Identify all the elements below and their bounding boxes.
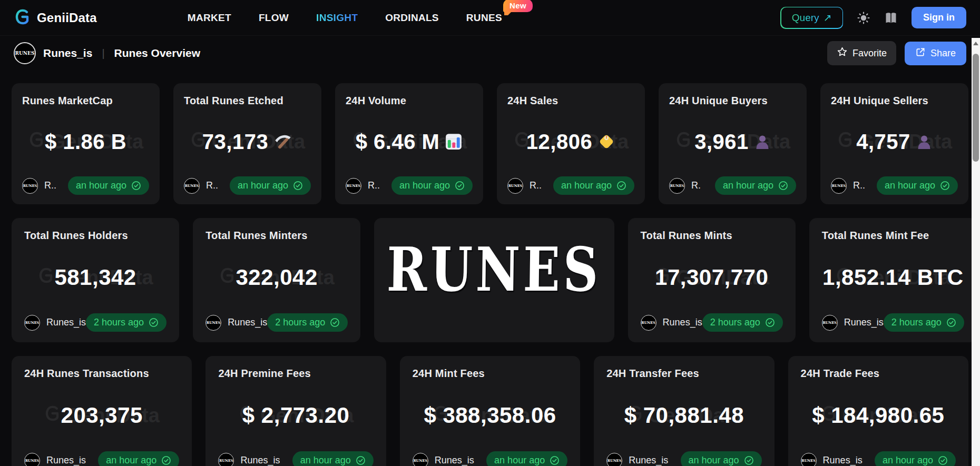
card-title: 24H Premine Fees	[218, 368, 373, 380]
card-title: 24H Runes Transactions	[24, 368, 179, 380]
stat-card: 24H Unique Sellers GeniiData4,757 RUNESR…	[820, 83, 968, 204]
time-badge-label: an hour ago	[885, 180, 935, 191]
source-avatar: RUNES	[822, 315, 838, 331]
stat-card: Total Runes Minters GeniiData322,042RUNE…	[193, 218, 360, 342]
time-badge: an hour ago	[486, 451, 567, 466]
runes-logo-card: RUNES	[374, 218, 614, 342]
source-avatar: RUNES	[346, 178, 361, 194]
profile-name[interactable]: Runes_is	[43, 47, 92, 60]
sign-in-button[interactable]: Sign in	[912, 7, 966, 28]
time-badge-label: an hour ago	[106, 455, 156, 466]
source-name[interactable]: R.	[691, 180, 701, 191]
source-name[interactable]: Runes_is	[435, 455, 474, 466]
scrollbar-up-arrow[interactable]	[972, 38, 980, 47]
share-button[interactable]: Share	[905, 42, 966, 65]
time-badge: 2 hours ago	[702, 313, 783, 332]
nav-item-label: MARKET	[188, 12, 231, 23]
card-value: 4,757	[856, 130, 910, 154]
runes-profile-avatar: RUNES	[14, 42, 36, 64]
tag-icon	[597, 133, 615, 151]
card-title: Runes MarketCap	[22, 95, 149, 107]
source-name[interactable]: Runes_is	[228, 317, 267, 328]
scrollbar-thumb[interactable]	[973, 54, 979, 162]
docs-book-icon[interactable]	[884, 11, 898, 25]
brand-name: GeniiData	[37, 11, 97, 25]
source-name[interactable]: R..	[44, 180, 56, 191]
source-avatar: RUNES	[507, 178, 523, 194]
stat-card: 24H Trade Fees GeniiData$ 184,980.65RUNE…	[788, 356, 968, 466]
source-name[interactable]: Runes_is	[46, 317, 86, 328]
nav-item-label: RUNES	[466, 12, 502, 23]
nav-item-label: FLOW	[259, 12, 289, 23]
stat-card: 24H Transfer Fees GeniiData$ 70,881.48RU…	[594, 356, 774, 466]
check-circle-icon	[356, 455, 366, 465]
watermark-logo-icon	[37, 266, 55, 289]
geniidata-brand[interactable]: GeniiData	[14, 8, 97, 28]
time-badge-label: an hour ago	[399, 180, 450, 191]
theme-toggle-sun-icon[interactable]	[857, 11, 870, 25]
stat-card: 24H Sales GeniiData12,806 RUNESR..an hou…	[497, 83, 645, 204]
source-name[interactable]: Runes_is	[663, 317, 702, 328]
check-circle-icon	[550, 455, 560, 465]
source-name[interactable]: Runes_is	[240, 455, 280, 466]
breadcrumb-divider: |	[102, 47, 104, 60]
source-name[interactable]: Runes_is	[46, 455, 86, 466]
card-row: Runes MarketCap GeniiData$ 1.86 BRUNESR.…	[0, 83, 980, 204]
new-badge: New	[503, 0, 533, 12]
favorite-label: Favorite	[852, 48, 887, 59]
time-badge-label: an hour ago	[561, 180, 612, 191]
time-badge-label: an hour ago	[238, 180, 288, 191]
card-value: 203,375	[61, 403, 143, 428]
card-title: Total Runes Mints	[641, 230, 783, 242]
time-badge: an hour ago	[715, 176, 796, 195]
card-value: $ 6.46 M	[356, 130, 440, 154]
time-badge: an hour ago	[553, 176, 634, 195]
card-title: 24H Trade Fees	[801, 368, 956, 380]
time-badge: an hour ago	[391, 176, 473, 195]
card-value: $ 1.86 B	[45, 130, 126, 154]
time-badge: an hour ago	[681, 451, 762, 466]
card-value: $ 2,773.20	[242, 403, 350, 428]
navbar: GeniiData MARKETFLOWINSIGHTORDINALSRUNES…	[0, 0, 980, 36]
time-badge-label: an hour ago	[723, 180, 773, 191]
source-avatar: RUNES	[606, 453, 622, 466]
source-name[interactable]: R..	[530, 180, 542, 191]
favorite-button[interactable]: Favorite	[827, 41, 896, 65]
source-name[interactable]: R..	[206, 180, 218, 191]
card-title: Total Runes Holders	[24, 230, 166, 242]
source-name[interactable]: R..	[368, 180, 380, 191]
source-name[interactable]: R..	[853, 180, 865, 191]
time-badge-label: an hour ago	[494, 455, 545, 466]
watermark-logo-icon	[837, 131, 855, 153]
source-name[interactable]: Runes_is	[844, 317, 884, 328]
source-name[interactable]: Runes_is	[629, 455, 668, 466]
nav-item-market[interactable]: MARKET	[188, 12, 231, 24]
card-title: 24H Unique Buyers	[669, 95, 796, 107]
nav-item-runes[interactable]: RUNESNew	[466, 12, 502, 24]
nav-item-flow[interactable]: FLOW	[259, 12, 289, 24]
card-title: Total Runes Mint Fee	[822, 230, 964, 242]
stat-card: Total Runes Etched GeniiData73,173 RUNES…	[173, 83, 321, 204]
check-circle-icon	[293, 181, 303, 191]
query-button[interactable]: Query ↗	[780, 7, 843, 29]
card-value: 12,806	[526, 130, 592, 154]
stat-card: 24H Runes Transactions GeniiData203,375R…	[12, 356, 192, 466]
source-name[interactable]: Runes_is	[823, 455, 863, 466]
source-avatar: RUNES	[24, 453, 40, 466]
card-title: 24H Mint Fees	[413, 368, 567, 380]
card-value: $ 70,881.48	[624, 403, 744, 428]
card-title: Total Runes Etched	[184, 95, 311, 107]
watermark-logo-icon	[44, 404, 62, 427]
watermark-logo-icon	[219, 266, 237, 289]
card-value: $ 184,980.65	[812, 403, 944, 428]
card-value: 322,042	[236, 265, 318, 290]
source-avatar: RUNES	[641, 315, 656, 331]
nav-item-insight[interactable]: INSIGHT	[316, 12, 358, 24]
time-badge-label: an hour ago	[883, 455, 933, 466]
watermark-logo-icon	[28, 131, 46, 153]
nav-right: Query ↗ Sign in	[780, 7, 966, 29]
nav-item-ordinals[interactable]: ORDINALS	[385, 12, 439, 24]
source-avatar: RUNES	[218, 453, 234, 466]
check-circle-icon	[161, 455, 171, 465]
check-circle-icon	[131, 181, 141, 191]
